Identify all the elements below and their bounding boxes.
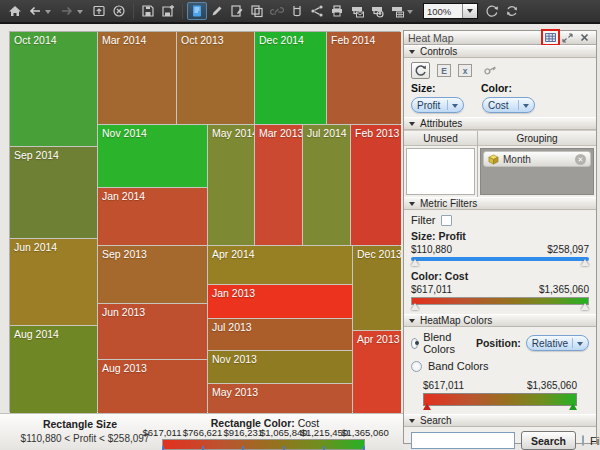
back-dropdown-icon[interactable] — [45, 10, 51, 17]
color-metric-dropdown[interactable]: Cost — [482, 97, 535, 113]
band-colors-radio[interactable] — [411, 361, 422, 372]
position-dropdown[interactable]: Relative — [526, 335, 589, 351]
swap-size-color-icon[interactable] — [411, 62, 430, 79]
export-excel-icon[interactable] — [367, 2, 387, 20]
treemap-tile-jun-2014[interactable]: Jun 2014 — [10, 239, 97, 325]
panel-title-bar: Heat Map — [404, 31, 596, 45]
remove-labels-icon[interactable]: x — [458, 64, 472, 77]
color-max-value: $1,365,060 — [539, 284, 589, 295]
close-panel-icon[interactable] — [577, 31, 592, 44]
treemap-tile-feb-2014[interactable]: Feb 2014 — [327, 32, 401, 124]
forward-dropdown-icon[interactable] — [77, 10, 83, 17]
float-panel-icon[interactable] — [560, 31, 575, 44]
home-icon[interactable] — [5, 2, 25, 20]
attributes-body: Unused Attributes Grouping Month ✕ — [404, 130, 596, 197]
color-label: Color: — [481, 82, 512, 94]
legend-tick-label: $766,621 — [183, 427, 223, 438]
save-icon[interactable] — [138, 2, 158, 20]
treemap-tile-apr-2013[interactable]: Apr 2013 — [353, 331, 401, 413]
treemap-tile-jul-2014[interactable]: Jul 2014 — [303, 125, 350, 245]
tile-label: Apr 2014 — [208, 246, 352, 262]
notes-icon[interactable] — [287, 2, 307, 20]
size-slider-min-handle[interactable] — [411, 259, 419, 266]
treemap-tile-jan-2013[interactable]: Jan 2013 — [208, 285, 352, 318]
treemap-tile-mar-2013[interactable]: Mar 2013 — [255, 125, 302, 245]
refresh-icon[interactable] — [482, 2, 502, 20]
tile-label: Sep 2014 — [10, 147, 97, 163]
treemap-tile-jan-2014[interactable]: Jan 2014 — [98, 188, 207, 245]
section-header-heatmap-colors[interactable]: HeatMap Colors — [404, 314, 596, 327]
treemap-tile-sep-2014[interactable]: Sep 2014 — [10, 147, 97, 238]
gradient-end-handle[interactable] — [569, 403, 577, 410]
treemap-tile-oct-2014[interactable]: Oct 2014 — [10, 32, 97, 146]
treemap-tile-dec-2014[interactable]: Dec 2014 — [255, 32, 326, 124]
text-labels-icon[interactable]: E — [437, 64, 451, 77]
legend-size-title: Rectangle Size — [20, 418, 140, 430]
gradient-start-handle[interactable] — [423, 403, 431, 410]
metric-filter-checkbox[interactable] — [441, 215, 452, 226]
print-options-dropdown-icon[interactable] — [407, 10, 413, 17]
search-button[interactable]: Search — [521, 431, 576, 450]
blend-colors-label: Blend Colors — [423, 331, 459, 355]
treemap-tile-aug-2013[interactable]: Aug 2013 — [98, 360, 207, 413]
export-pdf-icon[interactable] — [347, 2, 367, 20]
back-icon[interactable] — [25, 2, 45, 20]
section-header-attributes[interactable]: Attributes — [404, 117, 596, 130]
size-profit-label: Size: Profit — [411, 230, 589, 242]
grouping-chip-month[interactable]: Month ✕ — [483, 151, 591, 167]
key-icon[interactable] — [483, 63, 498, 78]
remove-chip-icon[interactable]: ✕ — [575, 154, 586, 165]
collapse-icon — [409, 419, 415, 426]
treemap-tile-nov-2013[interactable]: Nov 2013 — [208, 351, 352, 383]
tile-label: Nov 2013 — [208, 351, 352, 367]
attribute-cube-icon — [488, 154, 499, 165]
grouping-list[interactable]: Month ✕ — [480, 148, 594, 195]
tile-label: Aug 2014 — [10, 326, 97, 342]
section-header-metric-filters[interactable]: Metric Filters — [404, 197, 596, 210]
treemap-tile-apr-2014[interactable]: Apr 2014 — [208, 246, 352, 284]
zoom-dropdown-icon[interactable] — [462, 4, 477, 18]
tile-label: Sep 2013 — [98, 246, 207, 262]
zoom-select[interactable]: 100% — [423, 3, 478, 19]
legend-color-ticks: $617,011$766,621$916,231$1,065,840$1,215… — [162, 427, 365, 438]
print-icon[interactable] — [327, 2, 347, 20]
edit-icon[interactable] — [207, 2, 227, 20]
forward-icon[interactable] — [57, 2, 77, 20]
share-icon[interactable] — [307, 2, 327, 20]
section-header-search[interactable]: Search — [404, 414, 596, 427]
search-input[interactable] — [411, 432, 515, 449]
collapse-icon — [409, 50, 415, 57]
add-to-history-icon[interactable] — [89, 2, 109, 20]
color-min-value: $617,011 — [411, 284, 452, 295]
grid-view-icon[interactable] — [543, 31, 558, 44]
treemap-tile-may-2014[interactable]: May 2014 — [208, 125, 254, 245]
dropdown-arrow-icon — [523, 104, 529, 111]
treemap-tile-dec-2013[interactable]: Dec 2013 — [353, 246, 401, 330]
treemap-tile-nov-2014[interactable]: Nov 2014 — [98, 125, 207, 187]
cancel-request-icon[interactable] — [109, 2, 129, 20]
treemap-tile-oct-2013[interactable]: Oct 2013 — [177, 32, 254, 124]
treemap-tile-mar-2014[interactable]: Mar 2014 — [98, 32, 176, 124]
copy-icon[interactable] — [247, 2, 267, 20]
unused-attributes-list[interactable] — [406, 148, 475, 195]
treemap-tile-jun-2013[interactable]: Jun 2013 — [98, 304, 207, 359]
design-mode-icon[interactable] — [187, 2, 207, 20]
section-header-controls[interactable]: Controls — [404, 45, 596, 58]
color-slider-min-handle[interactable] — [411, 303, 419, 310]
search-filter-checkbox[interactable] — [582, 435, 584, 446]
print-options-icon[interactable] — [387, 2, 407, 20]
save-as-icon[interactable] — [158, 2, 178, 20]
size-metric-dropdown[interactable]: Profit — [411, 97, 464, 113]
tile-label: Jan 2014 — [98, 188, 207, 204]
edit-document-icon[interactable] — [227, 2, 247, 20]
color-slider-max-handle[interactable] — [581, 303, 589, 310]
treemap-tile-sep-2013[interactable]: Sep 2013 — [98, 246, 207, 303]
re-execute-icon[interactable] — [502, 2, 522, 20]
blend-colors-radio[interactable] — [411, 338, 418, 349]
treemap-tile-feb-2013[interactable]: Feb 2013 — [351, 125, 401, 245]
size-slider-max-handle[interactable] — [581, 259, 589, 266]
link-icon[interactable] — [267, 2, 287, 20]
treemap-tile-aug-2014[interactable]: Aug 2014 — [10, 326, 97, 413]
treemap-tile-jul-2013[interactable]: Jul 2013 — [208, 319, 352, 350]
treemap-tile-may-2013[interactable]: May 2013 — [208, 384, 352, 413]
